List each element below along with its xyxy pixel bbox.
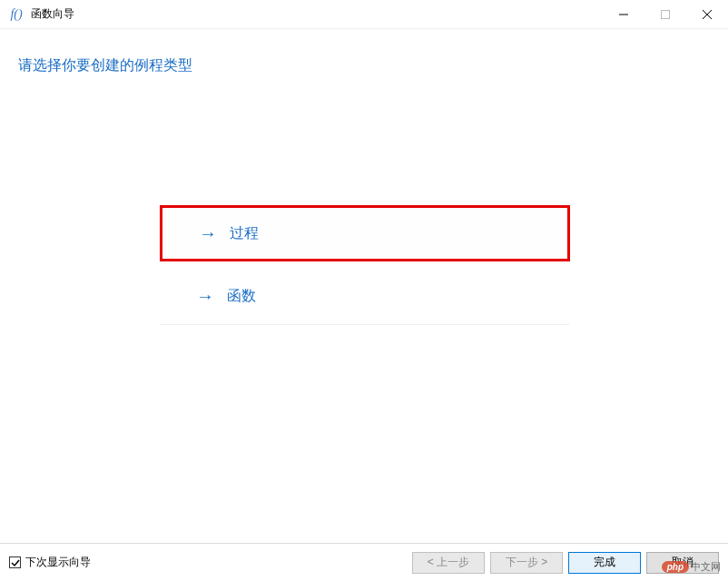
window-controls [603, 0, 728, 28]
checkbox-label: 下次显示向导 [25, 555, 91, 570]
options-list: → 过程 → 函数 [160, 205, 570, 325]
cancel-button[interactable]: 取消 [646, 552, 719, 574]
svg-rect-1 [662, 10, 670, 18]
option-label: 过程 [230, 224, 259, 243]
option-function[interactable]: → 函数 [160, 269, 570, 325]
window-title: 函数向导 [31, 6, 603, 22]
maximize-icon [661, 10, 670, 19]
checkmark-icon [11, 558, 20, 567]
next-button: 下一步 > [490, 552, 563, 574]
option-procedure[interactable]: → 过程 [160, 205, 570, 261]
option-label: 函数 [227, 287, 256, 306]
content-area: 请选择你要创建的例程类型 → 过程 → 函数 [0, 29, 728, 543]
maximize-button [644, 0, 686, 28]
minimize-icon [619, 10, 628, 19]
show-next-time-wrap: 下次显示向导 [9, 555, 412, 570]
app-icon: f() [7, 5, 25, 24]
prompt-text: 请选择你要创建的例程类型 [18, 56, 710, 75]
finish-button[interactable]: 完成 [568, 552, 641, 574]
titlebar: f() 函数向导 [0, 0, 728, 29]
minimize-button[interactable] [603, 0, 644, 28]
wizard-buttons: < 上一步 下一步 > 完成 取消 [412, 552, 719, 574]
prev-button: < 上一步 [412, 552, 485, 574]
app-icon-text: f() [10, 7, 22, 22]
show-next-time-checkbox[interactable] [9, 556, 21, 568]
arrow-icon: → [196, 286, 214, 307]
close-icon [703, 10, 712, 19]
footer: 下次显示向导 < 上一步 下一步 > 完成 取消 [0, 543, 728, 581]
arrow-icon: → [199, 223, 217, 244]
close-button[interactable] [686, 0, 728, 28]
